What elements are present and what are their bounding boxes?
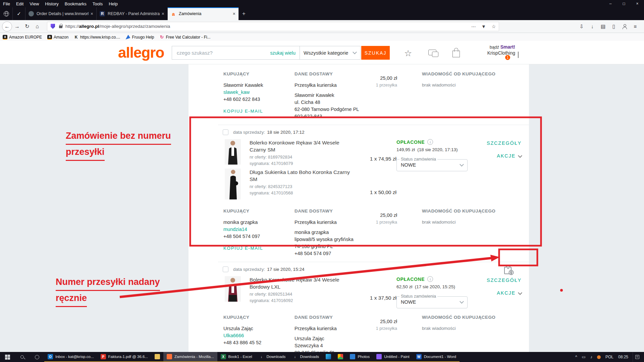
buyer-login-link[interactable]: mundzia14 bbox=[223, 226, 294, 233]
messages-icon[interactable] bbox=[428, 50, 436, 55]
multi-search-link[interactable]: szukaj wielu bbox=[270, 50, 300, 56]
favorites-star-icon[interactable]: ☆ bbox=[404, 48, 412, 59]
url-domain: allegro.pl bbox=[79, 24, 99, 29]
menu-history[interactable]: History bbox=[42, 1, 61, 6]
signature-number: sygnatura: 417010568 bbox=[250, 190, 360, 195]
browser-tab[interactable]: RREDBAY - Panel Administracyj...× bbox=[97, 7, 168, 20]
details-link[interactable]: SZCZEGÓŁY bbox=[473, 278, 522, 283]
menu-edit[interactable]: Edit bbox=[13, 1, 26, 6]
close-tab-icon[interactable]: × bbox=[162, 11, 164, 16]
account-chevron-icon[interactable] bbox=[518, 52, 519, 58]
taskbar-app-word[interactable]: WDocument1 - Word bbox=[413, 352, 460, 362]
tray-display-icon[interactable]: ▭ bbox=[582, 355, 586, 359]
browser-tab[interactable]: Order Details | www.linnworks...× bbox=[25, 7, 97, 20]
search-button[interactable]: SZUKAJ bbox=[361, 46, 390, 60]
clock[interactable]: 08:25 bbox=[618, 355, 628, 359]
taskbar-app-explorer[interactable] bbox=[151, 352, 163, 362]
downloads-icon[interactable]: ↓ bbox=[587, 23, 598, 29]
order-status-dropdown[interactable]: Status zamówienia NOWE bbox=[396, 294, 468, 308]
close-tab-icon[interactable]: × bbox=[91, 11, 93, 16]
buyer-login-link[interactable]: slawek_kaw bbox=[223, 89, 294, 96]
pinned-tab[interactable]: ✓ bbox=[13, 7, 25, 20]
cortana-button[interactable] bbox=[30, 352, 44, 362]
forward-button[interactable]: → bbox=[12, 23, 22, 29]
product-title[interactable]: Długa Sukienka Lato Boho Koronka Czarny … bbox=[250, 169, 360, 183]
order-select-checkbox[interactable] bbox=[223, 129, 228, 135]
taskbar-app-edge[interactable] bbox=[322, 352, 334, 362]
reload-button[interactable]: ↻ bbox=[22, 23, 32, 29]
menu-tools[interactable]: Tools bbox=[90, 1, 106, 6]
product-title[interactable]: Bolerko Koronkowe Rękaw 3/4 Wesele Czarn… bbox=[250, 139, 360, 153]
url-bar[interactable]: https://allegro.pl/moje-allegro/sprzedaz… bbox=[47, 22, 499, 31]
bookmark-item[interactable]: Khttps://www.krisp.co.... bbox=[74, 35, 120, 40]
tracking-protection-icon[interactable] bbox=[51, 24, 55, 29]
cart-icon[interactable] bbox=[452, 51, 460, 57]
taskbar-app-firefox[interactable]: Zamówienia - Mozilla... bbox=[163, 352, 217, 362]
close-button[interactable]: × bbox=[631, 0, 644, 7]
copy-email-link[interactable]: KOPIUJ E-MAIL bbox=[223, 245, 294, 252]
pinned-tab[interactable] bbox=[0, 7, 13, 20]
menu-file[interactable]: File bbox=[0, 1, 13, 6]
category-dropdown[interactable]: Wszystkie kategorie bbox=[300, 46, 361, 60]
back-button[interactable]: ← bbox=[2, 21, 12, 32]
order-select-checkbox[interactable] bbox=[223, 266, 228, 272]
save-to-pocket-icon[interactable]: ⇩ bbox=[576, 23, 587, 29]
tray-volume-icon[interactable]: ♪ bbox=[590, 355, 592, 359]
bookmark-item[interactable]: aAmazon bbox=[47, 35, 68, 40]
actions-dropdown[interactable]: AKCJE bbox=[497, 290, 522, 296]
close-tab-icon[interactable]: × bbox=[233, 11, 235, 16]
taskbar-app-download[interactable]: ↓Downloads bbox=[256, 352, 289, 362]
product-title[interactable]: Bolerko Koronkowe Rękaw 3/4 Wesele Bordo… bbox=[250, 276, 360, 290]
taskbar-app-paint[interactable]: Untitled - Paint bbox=[373, 352, 413, 362]
bookmark-star-icon[interactable]: ☆ bbox=[489, 24, 499, 29]
minimize-button[interactable]: – bbox=[604, 0, 617, 7]
account-icon[interactable] bbox=[622, 24, 627, 29]
pocket-icon[interactable]: ▼ bbox=[479, 24, 489, 29]
allegro-logo[interactable]: allegro bbox=[118, 44, 164, 61]
taskbar-app-photos[interactable]: Photos bbox=[346, 352, 373, 362]
bookmark-item[interactable]: aAmazon EUROPE bbox=[3, 35, 42, 40]
bookmark-item[interactable]: Fruugo Help bbox=[125, 35, 154, 40]
product-thumbnail[interactable] bbox=[225, 139, 241, 165]
tray-chevron-icon[interactable]: ^ bbox=[575, 355, 577, 359]
message-cell: WIADOMOŚĆ OD KUPUJĄCEGO brak wiadomości bbox=[397, 70, 529, 120]
info-icon[interactable]: i bbox=[427, 139, 433, 145]
delivery-address-line: lipowa8/5 wysoka gryfińska bbox=[294, 236, 368, 243]
taskbar-app-outlook[interactable]: OInbox - kat@krisp.co... bbox=[44, 352, 97, 362]
shipment-tracking-icon[interactable] bbox=[503, 264, 515, 277]
search-input[interactable] bbox=[172, 50, 270, 56]
hamburger-menu-icon[interactable]: ≡ bbox=[630, 23, 641, 29]
info-icon[interactable]: i bbox=[427, 276, 433, 282]
product-thumbnail[interactable] bbox=[225, 169, 241, 199]
order-items: Bolerko Koronkowe Rękaw 3/4 Wesele Czarn… bbox=[225, 139, 396, 202]
new-tab-button[interactable]: + bbox=[239, 7, 249, 20]
taskbar-app-download[interactable]: ↓Downloads bbox=[289, 352, 322, 362]
delivery-method: Przesyłka kurierska bbox=[294, 82, 368, 89]
bookmark-item[interactable]: ↻Free Vat Calculator - Fi... bbox=[160, 35, 211, 40]
menu-view[interactable]: View bbox=[26, 1, 42, 6]
language-indicator[interactable]: POL bbox=[605, 355, 613, 359]
menu-bookmarks[interactable]: Bookmarks bbox=[62, 1, 90, 6]
taskbar-app-excel[interactable]: XBook1 - Excel bbox=[217, 352, 256, 362]
action-center-button[interactable] bbox=[633, 352, 641, 362]
copy-email-link[interactable]: KOPIUJ E-MAIL bbox=[223, 108, 294, 115]
page-actions-icon[interactable]: ⋯ bbox=[469, 24, 479, 29]
delivery-address-line: monika grząpka bbox=[294, 229, 368, 236]
tray-app-icon[interactable] bbox=[597, 355, 601, 359]
details-link[interactable]: SZCZEGÓŁY bbox=[473, 140, 522, 146]
taskbar-search-button[interactable] bbox=[15, 352, 30, 362]
home-button[interactable]: ⌂ bbox=[32, 23, 42, 29]
menu-help[interactable]: Help bbox=[106, 1, 121, 6]
taskbar-app-chrome[interactable] bbox=[334, 352, 346, 362]
start-button[interactable] bbox=[0, 352, 15, 362]
actions-dropdown[interactable]: AKCJE bbox=[497, 153, 522, 159]
order-status-dropdown[interactable]: Status zamówienia NOWE bbox=[396, 157, 468, 171]
sidebar-icon[interactable]: ▯ bbox=[608, 23, 619, 29]
library-icon[interactable]: ▤ bbox=[598, 23, 608, 29]
buyer-login-link[interactable]: Ulka6666 bbox=[223, 332, 294, 339]
browser-tab[interactable]: aZamówienia× bbox=[168, 7, 239, 20]
taskbar-app-pdf[interactable]: PFaktura-1.pdf @ 36.6... bbox=[97, 352, 151, 362]
product-thumbnail[interactable] bbox=[225, 276, 241, 302]
firefox-icon bbox=[167, 354, 172, 359]
maximize-button[interactable]: □ bbox=[617, 0, 631, 7]
